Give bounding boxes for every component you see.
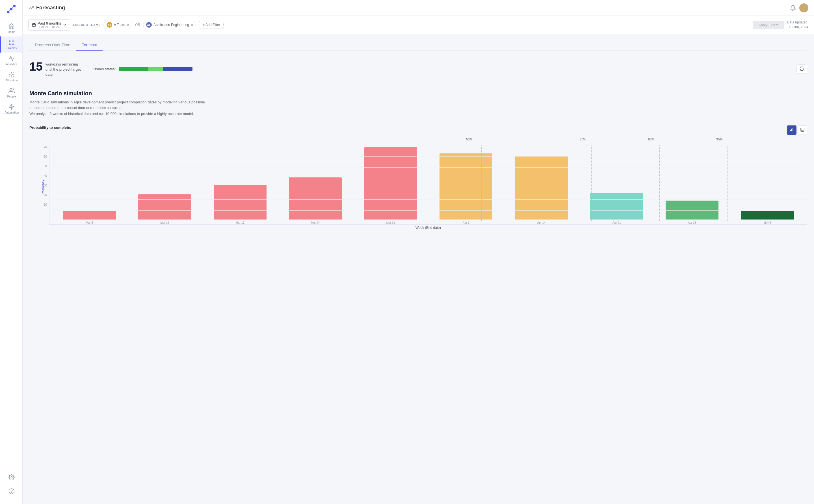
calendar-icon	[32, 23, 36, 27]
svg-point-9	[11, 74, 12, 75]
allocation-icon	[8, 71, 15, 78]
sidebar-item-analytics[interactable]: Analytics	[0, 53, 22, 69]
apply-filters-button[interactable]: Apply Filters	[753, 21, 784, 29]
bar-label-mar12: Mar 12	[160, 221, 169, 224]
issues-label: issues states:	[94, 67, 116, 71]
bar-group-mar12: Mar 12	[127, 145, 203, 224]
workdays-description: workdays remaining until the project tar…	[45, 61, 85, 77]
svg-line-3	[8, 9, 11, 12]
workdays-section: 15 workdays remaining until the project …	[29, 56, 807, 83]
sidebar-item-help[interactable]	[5, 485, 17, 497]
monte-carlo-title: Monte Carlo simulation	[29, 90, 807, 97]
page-title: Forecasting	[36, 5, 65, 11]
progress-bar	[119, 67, 192, 71]
trend-icon	[28, 5, 34, 11]
data-updated-info: Data updated: 10 Jun, 2024	[787, 20, 808, 30]
bar-chart-icon	[789, 127, 794, 132]
y-60: 60	[44, 155, 47, 158]
teams-filter-label: LINEARB TEAMS	[73, 23, 101, 27]
svg-rect-15	[32, 23, 36, 27]
workdays-count: 15 workdays remaining until the project …	[29, 61, 85, 77]
y-50: 50	[44, 165, 47, 168]
a-team-remove[interactable]: ×	[127, 23, 129, 27]
sidebar-label-automation: Automation	[5, 111, 19, 114]
tab-progress[interactable]: Progress Over Time	[29, 40, 76, 51]
prob-75: 75%	[580, 138, 586, 141]
bar-may5	[741, 211, 794, 220]
bar-mar5	[63, 211, 116, 220]
prob-50: 50%	[466, 138, 472, 141]
chart-header: Probability to complete:	[29, 125, 807, 135]
chart-body: Frequency 70 60 50 40 30 20 10	[35, 145, 807, 230]
add-filter-button[interactable]: + Add Filter	[199, 21, 223, 29]
sidebar-item-projects[interactable]: Projects	[0, 36, 22, 53]
table-chart-button[interactable]	[798, 125, 807, 135]
svg-rect-8	[12, 43, 14, 45]
sidebar-label-analytics: Analytics	[6, 63, 17, 66]
monte-carlo-section: Monte Carlo simulation Monte Carlo simul…	[29, 90, 807, 230]
bar-group-mar31: Mar 31	[353, 145, 429, 224]
bar-chart-button[interactable]	[787, 125, 796, 135]
bar-label-apr7: Apr 7	[463, 221, 470, 224]
bar-mar24	[289, 177, 342, 220]
svg-rect-5	[9, 40, 11, 42]
bar-label-apr21: Apr 21	[613, 221, 621, 224]
svg-rect-19	[801, 69, 803, 70]
sidebar-item-allocation[interactable]: Allocation	[0, 69, 22, 85]
tab-forecast[interactable]: Forecast	[76, 40, 102, 51]
chart-wrapper: 50% 75% 85% 95% Frequency 70 60 50	[35, 138, 807, 230]
sidebar-item-home[interactable]: Home	[0, 20, 22, 36]
chart-view-buttons	[787, 125, 807, 135]
user-avatar[interactable]	[799, 3, 808, 12]
projects-icon	[8, 39, 15, 45]
svg-point-10	[10, 88, 12, 90]
svg-marker-11	[9, 104, 14, 109]
app-logo[interactable]	[6, 3, 17, 15]
bar-apr21	[590, 193, 643, 220]
bar-apr14	[515, 157, 568, 220]
prob-markers: 50% 75% 85% 95%	[49, 138, 807, 144]
bar-label-apr14: Apr 14	[537, 221, 546, 224]
sidebar-item-people[interactable]: People	[0, 85, 22, 101]
date-range-label: Past 6 months	[38, 21, 61, 25]
sidebar-label-people: People	[7, 95, 16, 98]
x-axis-title: Week (End date)	[49, 226, 807, 230]
automation-icon	[8, 104, 15, 110]
bar-group-mar5: Mar 5	[52, 145, 127, 224]
app-eng-label: Application Engineering	[153, 23, 189, 27]
analytics-icon	[8, 55, 15, 62]
filter-chip-a-team[interactable]: AT A Team ×	[103, 21, 132, 29]
bar-mar17	[214, 185, 266, 220]
y-axis: Frequency 70 60 50 40 30 20 10	[35, 145, 49, 230]
filter-bar: Past 6 months Dec 27 - Jun 27 LINEARB TE…	[23, 16, 814, 34]
bar-mar31	[364, 147, 417, 220]
chevron-down-icon	[63, 23, 67, 27]
or-label: OR	[135, 23, 140, 27]
app-eng-remove[interactable]: ×	[191, 23, 193, 27]
filter-chip-app-eng[interactable]: AE Application Engineering ×	[143, 21, 196, 29]
date-range-filter[interactable]: Past 6 months Dec 27 - Jun 27	[28, 19, 70, 31]
y-40: 40	[44, 174, 47, 177]
bar-label-may5: May 5	[763, 221, 771, 224]
settings-icon	[8, 474, 15, 480]
date-range-sub: Dec 27 - Jun 27	[38, 25, 61, 29]
prob-85: 85%	[648, 138, 654, 141]
bars-area: Mar 5 Mar 12 Mar 17	[49, 145, 807, 230]
bar-group-apr21: Apr 21	[579, 145, 655, 224]
print-button[interactable]	[796, 64, 807, 74]
page-main: Progress Over Time Forecast 15 workdays …	[23, 34, 814, 235]
home-icon	[8, 23, 15, 29]
y-10: 10	[44, 203, 47, 206]
content-area: Past 6 months Dec 27 - Jun 27 LINEARB TE…	[23, 16, 814, 504]
print-icon	[800, 66, 804, 71]
bar-group-apr28: Apr 28	[654, 145, 730, 224]
bell-icon[interactable]	[790, 5, 796, 11]
svg-rect-7	[9, 43, 11, 45]
progress-done	[119, 67, 148, 71]
issues-states: issues states:	[94, 67, 193, 71]
add-filter-label: + Add Filter	[203, 23, 220, 27]
y-70: 70	[44, 145, 47, 149]
sidebar-item-settings[interactable]	[5, 471, 17, 483]
sidebar-item-automation[interactable]: Automation	[0, 101, 22, 117]
workdays-number: 15	[29, 61, 43, 73]
